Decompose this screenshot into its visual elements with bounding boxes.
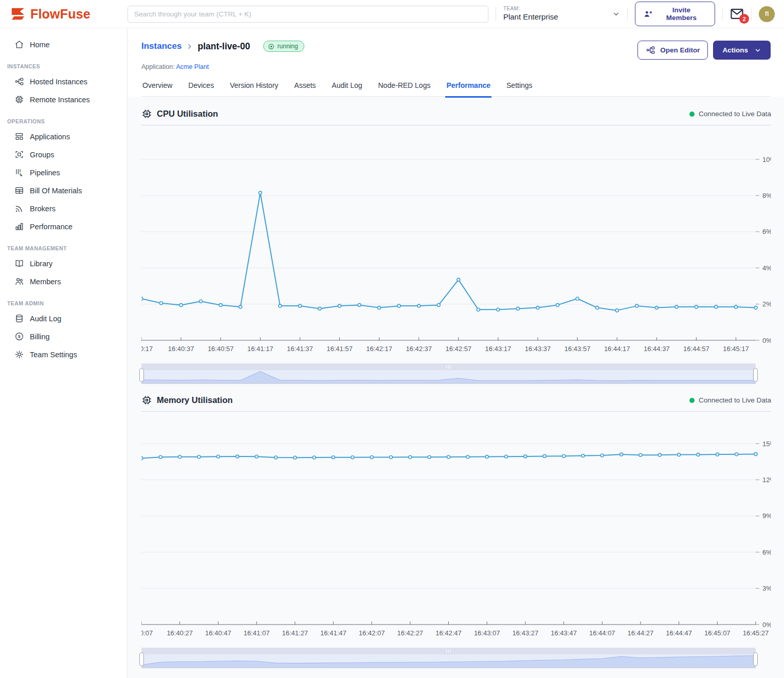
brush-grip-handle[interactable]	[141, 648, 756, 654]
tab-node-red-logs[interactable]: Node-RED Logs	[377, 81, 432, 96]
svg-text:0%: 0%	[762, 621, 771, 629]
avatar[interactable]: fl	[759, 6, 775, 22]
library-icon	[14, 259, 24, 268]
divider	[722, 7, 723, 21]
live-status: Connected to Live Data	[689, 396, 771, 404]
brush-left-handle[interactable]	[139, 368, 144, 382]
main-content: Instances plant-live-00 running	[127, 28, 784, 678]
open-editor-button[interactable]: Open Editor	[637, 41, 708, 60]
svg-text:16:41:17: 16:41:17	[247, 345, 274, 353]
sidebar-item-label: Performance	[30, 223, 72, 231]
tab-overview[interactable]: Overview	[141, 81, 173, 96]
tab-bar: OverviewDevicesVersion HistoryAssetsAudi…	[141, 81, 771, 97]
svg-text:16:41:57: 16:41:57	[326, 345, 353, 353]
notifications-button[interactable]: 2	[730, 8, 744, 20]
cpu-brush-minichart	[141, 370, 756, 382]
search-input[interactable]	[127, 6, 488, 23]
cpu-chip-icon	[141, 108, 152, 119]
svg-text:16:43:57: 16:43:57	[564, 345, 591, 353]
tab-version-history[interactable]: Version History	[229, 81, 279, 96]
svg-text:16:41:07: 16:41:07	[244, 629, 270, 637]
svg-text:16:41:47: 16:41:47	[320, 629, 347, 637]
members-icon	[14, 277, 24, 286]
sidebar-item-bill-of-materials[interactable]: Bill Of Materials	[0, 181, 127, 199]
brand-name: FlowFuse	[30, 7, 90, 22]
brush-right-handle[interactable]	[753, 368, 758, 382]
team-label: TEAM:	[503, 6, 558, 12]
bill-of-materials-icon	[14, 186, 24, 195]
application-line: Application: Acme Plant	[141, 63, 771, 70]
sidebar-item-members[interactable]: Members	[0, 272, 127, 290]
editor-icon	[646, 45, 655, 55]
divider	[627, 7, 628, 21]
flowfuse-logo[interactable]: FlowFuse	[10, 6, 90, 22]
svg-text:16:41:27: 16:41:27	[282, 629, 308, 637]
sidebar-item-groups[interactable]: Groups	[0, 145, 127, 163]
sidebar-item-home[interactable]: Home	[0, 35, 127, 53]
svg-text:16:42:57: 16:42:57	[445, 345, 471, 353]
svg-text:16:41:37: 16:41:37	[287, 345, 313, 353]
memory-chart-brush[interactable]	[141, 648, 756, 668]
sidebar-item-hosted-instances[interactable]: Hosted Instances	[0, 72, 127, 90]
svg-text:16:40:57: 16:40:57	[208, 345, 234, 353]
tab-settings[interactable]: Settings	[505, 81, 534, 96]
brokers-icon	[14, 204, 24, 213]
sidebar-item-brokers[interactable]: Brokers	[0, 199, 127, 217]
sidebar-section-title: TEAM ADMIN	[7, 300, 127, 306]
memory-utilisation-section: Memory Utilisation Connected to Live Dat…	[141, 392, 771, 668]
breadcrumb-instances-link[interactable]: Instances	[141, 41, 181, 51]
sidebar-item-performance[interactable]: Performance	[0, 217, 127, 235]
remote-instances-icon	[14, 95, 24, 104]
sidebar-item-library[interactable]: Library	[0, 254, 127, 272]
billing-icon: $	[14, 332, 24, 341]
sidebar-item-label: Brokers	[30, 205, 56, 213]
svg-text:16:40:47: 16:40:47	[205, 629, 231, 637]
svg-text:16:44:37: 16:44:37	[644, 345, 670, 353]
sidebar-item-label: Audit Log	[30, 315, 61, 323]
sidebar-item-team-settings[interactable]: Team Settings	[0, 345, 127, 363]
svg-text:8%: 8%	[762, 192, 771, 199]
svg-text:16:40:27: 16:40:27	[167, 629, 193, 637]
svg-text:9%: 9%	[762, 512, 771, 520]
sidebar-item-applications[interactable]: Applications	[0, 127, 127, 145]
svg-text:10%: 10%	[762, 156, 771, 163]
invite-members-label: Invite Members	[656, 6, 706, 22]
sidebar-section-title: OPERATIONS	[7, 118, 127, 124]
sidebar-item-remote-instances[interactable]: Remote Instances	[0, 90, 127, 108]
open-editor-label: Open Editor	[660, 46, 700, 54]
brush-grip-handle[interactable]	[141, 363, 756, 370]
home-icon	[14, 40, 24, 49]
svg-text:16:44:47: 16:44:47	[666, 629, 692, 637]
running-dot-icon	[268, 43, 275, 50]
brush-right-handle[interactable]	[753, 652, 758, 666]
sidebar-item-label: Members	[30, 278, 61, 286]
actions-button[interactable]: Actions	[713, 41, 771, 60]
cpu-chart-brush[interactable]	[141, 363, 756, 384]
team-selector[interactable]: TEAM: Plant Enterprise	[503, 6, 620, 22]
sidebar-item-audit-log[interactable]: Audit Log	[0, 309, 127, 327]
tab-performance[interactable]: Performance	[445, 81, 491, 96]
invite-members-button[interactable]: Invite Members	[635, 2, 716, 26]
pipelines-icon	[14, 168, 24, 177]
flowfuse-logo-icon	[10, 6, 26, 22]
divider	[496, 7, 496, 21]
memory-chip-icon	[141, 395, 152, 406]
groups-icon	[14, 150, 24, 159]
sidebar-item-label: Pipelines	[30, 169, 60, 177]
application-link[interactable]: Acme Plant	[176, 63, 209, 70]
tab-assets[interactable]: Assets	[293, 81, 317, 96]
sidebar-item-billing[interactable]: $Billing	[0, 327, 127, 345]
chart-title: Memory Utilisation	[157, 395, 233, 405]
svg-text:12%: 12%	[762, 476, 771, 484]
svg-text:3%: 3%	[762, 584, 771, 592]
brush-left-handle[interactable]	[139, 652, 144, 666]
tab-audit-log[interactable]: Audit Log	[331, 81, 363, 96]
sidebar-item-label: Applications	[30, 133, 70, 141]
svg-text:16:43:17: 16:43:17	[485, 345, 512, 353]
tab-devices[interactable]: Devices	[187, 81, 215, 96]
svg-text:2%: 2%	[762, 300, 771, 308]
svg-text:16:44:57: 16:44:57	[683, 345, 709, 353]
notification-badge: 2	[739, 14, 749, 24]
status-badge: running	[263, 41, 304, 52]
sidebar-item-pipelines[interactable]: Pipelines	[0, 163, 127, 181]
